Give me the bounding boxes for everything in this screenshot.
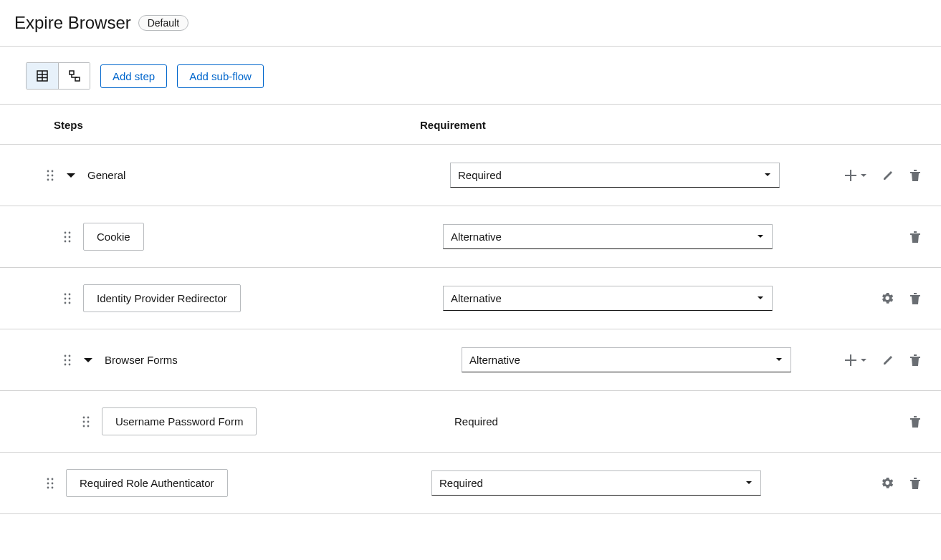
gear-icon (882, 478, 894, 489)
step-cell: Cookie (0, 223, 420, 251)
flow-row-idp-redirector: Identity Provider RedirectorAlternative (0, 268, 941, 329)
requirement-value: Alternative (451, 292, 502, 304)
drag-handle[interactable] (82, 416, 90, 428)
flow-row-general: GeneralRequired (0, 145, 941, 206)
default-chip: Default (138, 15, 188, 31)
row-actions (845, 170, 941, 181)
requirement-cell: Alternative (420, 347, 845, 372)
drag-handle[interactable] (46, 478, 54, 489)
grip-icon (63, 231, 72, 243)
add-subflow-button[interactable]: Add sub-flow (177, 64, 264, 88)
chevron-down-icon (861, 357, 866, 363)
requirement-cell: Required (420, 415, 909, 428)
page-header: Expire Browser Default (0, 0, 941, 47)
flow-row-username-password-form: Username Password FormRequired (0, 391, 941, 453)
grip-icon (63, 293, 72, 304)
page-title: Expire Browser (14, 13, 131, 33)
diagram-icon (69, 70, 80, 82)
chevron-down-icon (765, 172, 772, 179)
settings-button[interactable] (882, 478, 894, 489)
step-cell: Browser Forms (0, 354, 420, 366)
trash-icon (909, 416, 921, 428)
chevron-down-icon (66, 170, 76, 180)
requirement-select[interactable]: Alternative (462, 347, 791, 372)
requirement-value: Required (447, 415, 498, 428)
chevron-down-icon (746, 480, 753, 487)
delete-button[interactable] (909, 170, 921, 181)
edit-button[interactable] (882, 170, 894, 181)
row-actions (909, 231, 941, 243)
step-label: Identity Provider Redirector (83, 284, 241, 312)
view-toggle (26, 62, 90, 90)
trash-icon (909, 170, 921, 181)
delete-button[interactable] (909, 231, 921, 243)
drag-handle[interactable] (63, 293, 72, 304)
step-cell: General (0, 169, 420, 181)
plus-icon (845, 354, 856, 366)
requirement-value: Required (439, 477, 483, 489)
add-button[interactable] (845, 354, 856, 366)
column-header-steps: Steps (0, 119, 420, 131)
plus-icon (845, 170, 856, 181)
requirement-cell: Required (420, 470, 882, 496)
flow-row-cookie: CookieAlternative (0, 206, 941, 268)
toolbar: Add step Add sub-flow (0, 47, 941, 105)
requirement-select[interactable]: Required (450, 163, 780, 188)
requirement-cell: Alternative (420, 286, 882, 311)
diagram-view-toggle[interactable] (58, 63, 90, 89)
trash-icon (909, 354, 921, 366)
step-cell: Identity Provider Redirector (0, 284, 420, 312)
chevron-down-icon (758, 295, 765, 302)
chevron-down-icon (83, 355, 93, 365)
step-label: Required Role Authenticator (66, 469, 228, 497)
step-label: Cookie (83, 223, 144, 251)
step-label: Browser Forms (105, 354, 178, 366)
requirement-value: Alternative (451, 231, 502, 243)
requirement-value: Required (458, 169, 502, 181)
row-actions (882, 478, 941, 489)
row-actions (909, 416, 941, 428)
step-label: Username Password Form (102, 407, 257, 435)
expand-toggle[interactable] (83, 355, 93, 365)
table-icon (37, 70, 48, 82)
pencil-icon (882, 354, 894, 366)
add-menu-caret[interactable] (861, 357, 866, 363)
row-actions (882, 293, 941, 304)
chevron-down-icon (861, 173, 866, 178)
delete-button[interactable] (909, 354, 921, 366)
table-header-row: Steps Requirement (0, 105, 941, 145)
requirement-value: Alternative (469, 354, 520, 366)
requirement-select[interactable]: Alternative (443, 224, 773, 249)
grip-icon (46, 478, 54, 489)
settings-button[interactable] (882, 293, 894, 304)
add-button[interactable] (845, 170, 856, 181)
edit-button[interactable] (882, 354, 894, 366)
requirement-select[interactable]: Required (431, 470, 761, 496)
flow-row-required-role-authenticator: Required Role AuthenticatorRequired (0, 453, 941, 514)
drag-handle[interactable] (46, 170, 54, 181)
grip-icon (63, 354, 72, 366)
delete-button[interactable] (909, 416, 921, 428)
drag-handle[interactable] (63, 354, 72, 366)
expand-toggle[interactable] (66, 170, 76, 180)
step-cell: Username Password Form (0, 407, 420, 435)
delete-button[interactable] (909, 293, 921, 304)
chevron-down-icon (758, 233, 765, 241)
trash-icon (909, 293, 921, 304)
column-header-requirement: Requirement (420, 119, 486, 131)
table-view-toggle[interactable] (27, 63, 58, 89)
drag-handle[interactable] (63, 231, 72, 243)
trash-icon (909, 478, 921, 489)
step-label: General (87, 169, 125, 181)
chevron-down-icon (776, 357, 783, 364)
requirement-select[interactable]: Alternative (443, 286, 773, 311)
requirement-cell: Alternative (420, 224, 909, 249)
gear-icon (882, 293, 894, 304)
requirement-cell: Required (420, 163, 845, 188)
add-menu-caret[interactable] (861, 173, 866, 178)
grip-icon (46, 170, 54, 181)
delete-button[interactable] (909, 478, 921, 489)
add-step-button[interactable]: Add step (100, 64, 167, 88)
row-actions (845, 354, 941, 366)
flow-row-browser-forms: Browser FormsAlternative (0, 329, 941, 391)
